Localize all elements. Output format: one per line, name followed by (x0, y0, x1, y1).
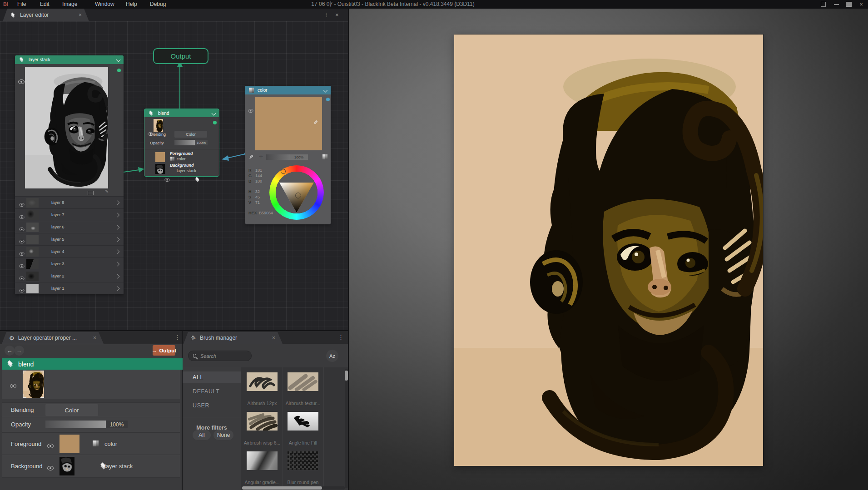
panel-menu-icon[interactable]: ⋮ (323, 12, 329, 18)
chevron-right-icon[interactable] (115, 262, 120, 267)
panel-menu-icon[interactable]: ⋮ (174, 334, 180, 340)
eyedropper-icon[interactable]: ✎ (313, 119, 318, 126)
preview-mode-icon[interactable] (88, 191, 94, 195)
filters-select-all-button[interactable]: All (193, 430, 211, 440)
tab-close-icon[interactable]: × (272, 335, 275, 341)
scrollbar-thumb[interactable] (242, 486, 322, 490)
brush-item[interactable]: Airbrush 12px (242, 370, 282, 409)
chevron-right-icon[interactable] (115, 287, 120, 291)
operator-visibility-eye-icon[interactable] (10, 384, 16, 388)
blending-mode-button[interactable]: Color (45, 404, 98, 416)
opacity-slider[interactable] (174, 140, 195, 145)
tab-close-icon[interactable]: × (79, 12, 82, 18)
go-to-output-button[interactable]: → Output (153, 345, 175, 356)
chevron-right-icon[interactable] (115, 225, 120, 230)
foreground-visibility-eye-icon[interactable] (47, 444, 54, 448)
window-restore-button[interactable] (818, 0, 828, 9)
history-forward-button[interactable]: → (14, 346, 24, 356)
scrollbar-thumb[interactable] (345, 371, 348, 381)
node-output-port[interactable] (213, 121, 217, 124)
tab-brush-manager[interactable]: ✎ Brush manager × (184, 332, 283, 344)
brush-category-all[interactable]: ALL (183, 371, 241, 383)
foreground-swatch[interactable] (60, 435, 79, 453)
operator-result-thumbnail[interactable] (23, 371, 44, 398)
menu-debug[interactable]: Debug (147, 0, 169, 9)
layer-row[interactable]: layer 2 (15, 270, 124, 282)
filters-select-none-button[interactable]: None (213, 430, 233, 440)
window-minimize-button[interactable] (831, 0, 842, 9)
window-maximize-button[interactable] (843, 0, 854, 9)
output-node[interactable]: Output (153, 48, 208, 64)
layer-row[interactable]: layer 4 (15, 245, 124, 258)
color-node[interactable]: color ✎ ✎ ✛ 100% R 181 G 144 B 100 H 32 … (245, 86, 331, 224)
foreground-swatch[interactable] (155, 152, 165, 162)
node-output-port[interactable] (117, 69, 121, 72)
menu-edit[interactable]: Edit (37, 0, 52, 9)
chevron-right-icon[interactable] (115, 201, 120, 205)
brush-item[interactable]: Angle line Fill (283, 409, 323, 448)
canvas-workspace[interactable] (349, 9, 868, 490)
node-output-port[interactable] (326, 98, 330, 101)
chevron-right-icon[interactable] (115, 250, 120, 254)
layer-row[interactable]: layer 5 (15, 233, 124, 246)
layer-stack-node-header[interactable]: layer stack (15, 55, 124, 64)
chevron-right-icon[interactable] (115, 274, 120, 279)
painting-canvas[interactable] (454, 35, 763, 466)
layer-row[interactable]: layer 7 (15, 208, 124, 221)
chevron-right-icon[interactable] (115, 213, 120, 218)
layer-visibility-eye-icon[interactable] (19, 228, 24, 231)
color-visibility-eye-icon[interactable] (248, 109, 253, 113)
color-node-header[interactable]: color (245, 86, 331, 94)
background-visibility-eye-icon[interactable] (47, 466, 54, 470)
chevron-down-icon[interactable] (212, 111, 216, 115)
history-back-button[interactable]: ← (5, 346, 15, 356)
brush-category-user[interactable]: USER (183, 400, 241, 411)
background-visibility-eye-icon[interactable] (164, 178, 169, 182)
brush-item[interactable]: Blur round pen (283, 449, 323, 488)
layer-visibility-eye-icon[interactable] (19, 215, 24, 219)
chevron-down-icon[interactable] (116, 58, 121, 62)
layer-visibility-eye-icon[interactable] (19, 289, 24, 292)
tab-close-icon[interactable]: × (93, 335, 96, 341)
tab-layer-operator-properties[interactable]: ⚙ Layer operator proper ... × (2, 332, 104, 344)
hue-selector[interactable] (281, 169, 286, 174)
node-editor-canvas[interactable]: Output layer stack ✎ layer 8 (0, 21, 349, 331)
sv-selector[interactable] (295, 193, 301, 198)
menu-help[interactable]: Help (123, 0, 140, 9)
window-close-button[interactable]: × (856, 0, 867, 9)
layer-row[interactable]: layer 3 (15, 257, 124, 270)
chevron-right-icon[interactable] (115, 238, 120, 242)
blend-node[interactable]: blend Blending Color Opacity 100% Foregr… (144, 109, 219, 176)
layer-visibility-eye-icon[interactable] (19, 264, 24, 268)
search-input[interactable] (199, 353, 247, 359)
crosshair-icon[interactable]: ✛ (259, 154, 263, 160)
vertical-scrollbar[interactable] (345, 369, 348, 488)
opacity-slider[interactable] (45, 421, 106, 428)
brush-edit-icon[interactable]: ✎ (105, 189, 109, 194)
menu-image[interactable]: Image (60, 0, 80, 9)
panel-menu-icon[interactable]: ⋮ (338, 334, 344, 340)
eyedropper-icon[interactable]: ✎ (249, 154, 253, 160)
background-thumbnail[interactable] (60, 457, 74, 475)
brush-category-default[interactable]: DEFAULT (183, 386, 241, 397)
brush-item[interactable]: Angular gradie... (242, 449, 282, 488)
sort-alphabetical-button[interactable]: Az (326, 350, 338, 362)
brush-item[interactable]: Airbrush wisp 6... (242, 409, 282, 448)
panel-close-icon[interactable]: × (335, 11, 339, 18)
menu-window[interactable]: Window (92, 0, 117, 9)
layer-visibility-eye-icon[interactable] (19, 277, 24, 280)
layer-visibility-eye-icon[interactable] (19, 240, 24, 243)
gradient-icon[interactable] (322, 154, 327, 159)
operator-header[interactable]: blend (2, 358, 191, 370)
color-swatch-large[interactable] (255, 97, 322, 150)
brush-item[interactable]: Airbrush textur... (283, 370, 323, 409)
horizontal-scrollbar[interactable] (242, 486, 345, 490)
layer-stack-visibility-eye-icon[interactable] (18, 79, 25, 84)
layer-visibility-eye-icon[interactable] (19, 252, 24, 256)
layer-row[interactable]: layer 6 (15, 221, 124, 233)
chevron-down-icon[interactable] (323, 88, 328, 93)
blending-mode-button[interactable]: Color (174, 131, 207, 138)
layer-row[interactable]: layer 1 (15, 282, 124, 294)
menu-file[interactable]: File (15, 0, 29, 9)
layer-visibility-eye-icon[interactable] (19, 203, 24, 207)
